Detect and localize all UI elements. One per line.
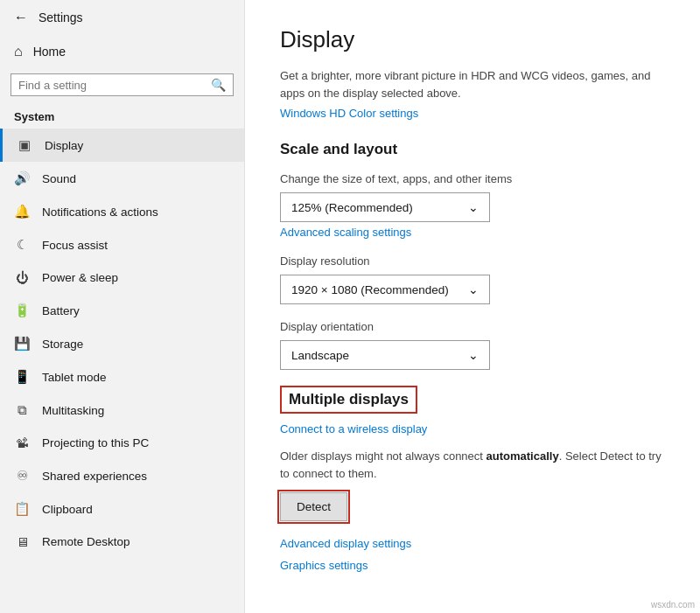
orientation-setting-group: Display orientation Landscape ⌄ [280, 320, 665, 370]
home-item[interactable]: ⌂ Home [0, 35, 244, 68]
sidebar-item-label: Focus assist [42, 239, 108, 252]
sidebar-item-label: Remote Desktop [42, 535, 130, 548]
sidebar-item-label: Tablet mode [42, 371, 107, 384]
sidebar-item-power[interactable]: ⏻ Power & sleep [0, 261, 244, 294]
clipboard-icon: 📋 [14, 501, 30, 517]
sidebar-item-label: Sound [42, 172, 76, 185]
orientation-value: Landscape [291, 349, 349, 362]
back-button[interactable]: ← [14, 10, 28, 25]
sidebar-item-remote[interactable]: 🖥 Remote Desktop [0, 526, 244, 558]
scale-label: Change the size of text, apps, and other… [280, 172, 665, 185]
page-title: Display [280, 26, 665, 53]
sidebar-item-notifications[interactable]: 🔔 Notifications & actions [0, 195, 244, 228]
multitasking-icon: ⧉ [14, 402, 30, 418]
sidebar-item-label: Notifications & actions [42, 205, 158, 219]
scale-value: 125% (Recommended) [291, 201, 413, 214]
system-label: System [0, 101, 244, 129]
sidebar-item-label: Storage [42, 338, 83, 351]
sidebar-item-label: Projecting to this PC [42, 436, 149, 449]
graphics-settings-link[interactable]: Graphics settings [280, 559, 368, 572]
detect-button[interactable]: Detect [280, 492, 347, 521]
sidebar-item-display[interactable]: ▣ Display [0, 129, 244, 162]
main-content: Display Get a brighter, more vibrant pic… [245, 0, 700, 613]
connect-wireless-link[interactable]: Connect to a wireless display [280, 422, 427, 435]
resolution-label: Display resolution [280, 254, 665, 268]
resolution-dropdown[interactable]: 1920 × 1080 (Recommended) ⌄ [280, 275, 490, 304]
advanced-scaling-link[interactable]: Advanced scaling settings [280, 226, 411, 239]
nav-items: ▣ Display 🔊 Sound 🔔 Notifications & acti… [0, 129, 244, 613]
sound-icon: 🔊 [14, 171, 30, 186]
orientation-dropdown[interactable]: Landscape ⌄ [280, 340, 490, 370]
sidebar-item-label: Shared experiences [42, 470, 147, 483]
tablet-icon: 📱 [14, 369, 30, 385]
scale-section-title: Scale and layout [280, 141, 665, 158]
scale-setting-group: Change the size of text, apps, and other… [280, 172, 665, 239]
shared-icon: ♾ [14, 468, 30, 484]
hdr-description: Get a brighter, more vibrant picture in … [280, 67, 665, 101]
home-label: Home [33, 45, 66, 59]
sidebar: ← Settings ⌂ Home 🔍 System ▣ Display 🔊 S… [0, 0, 245, 613]
focus-icon: ☾ [14, 237, 30, 253]
display-icon: ▣ [17, 137, 32, 153]
sidebar-item-tablet[interactable]: 📱 Tablet mode [0, 360, 244, 394]
sidebar-item-focus[interactable]: ☾ Focus assist [0, 228, 244, 261]
search-box[interactable]: 🔍 [10, 73, 234, 96]
sidebar-item-storage[interactable]: 💾 Storage [0, 327, 244, 360]
sidebar-item-label: Display [45, 139, 83, 152]
sidebar-item-label: Clipboard [42, 503, 93, 516]
chevron-down-icon: ⌄ [468, 200, 479, 214]
sidebar-item-label: Multitasking [42, 404, 104, 417]
sidebar-item-multitasking[interactable]: ⧉ Multitasking [0, 394, 244, 427]
multiple-displays-section: Multiple displays Connect to a wireless … [280, 386, 665, 572]
chevron-down-icon: ⌄ [468, 348, 479, 362]
projecting-icon: 📽 [14, 435, 30, 450]
battery-icon: 🔋 [14, 303, 30, 318]
back-icon: ← [14, 10, 28, 25]
home-icon: ⌂ [14, 44, 23, 59]
chevron-down-icon: ⌄ [468, 282, 479, 296]
hdr-link[interactable]: Windows HD Color settings [280, 107, 665, 120]
auto-connect-bold: automatically [486, 449, 559, 463]
search-icon: 🔍 [211, 78, 226, 92]
titlebar: ← Settings [0, 0, 244, 35]
orientation-label: Display orientation [280, 320, 665, 333]
auto-connect-before: Older displays might not always connect [280, 449, 486, 463]
power-icon: ⏻ [14, 270, 30, 285]
notifications-icon: 🔔 [14, 204, 30, 219]
watermark: wsxdn.com [651, 600, 695, 610]
storage-icon: 💾 [14, 336, 30, 352]
sidebar-item-shared[interactable]: ♾ Shared experiences [0, 459, 244, 492]
sidebar-item-clipboard[interactable]: 📋 Clipboard [0, 492, 244, 526]
multiple-displays-title: Multiple displays [280, 386, 417, 414]
auto-connect-text: Older displays might not always connect … [280, 448, 665, 482]
settings-title: Settings [38, 10, 83, 24]
search-input[interactable] [18, 79, 211, 92]
sidebar-item-battery[interactable]: 🔋 Battery [0, 294, 244, 327]
advanced-display-link[interactable]: Advanced display settings [280, 537, 411, 550]
remote-icon: 🖥 [14, 534, 30, 549]
sidebar-item-projecting[interactable]: 📽 Projecting to this PC [0, 427, 244, 459]
resolution-setting-group: Display resolution 1920 × 1080 (Recommen… [280, 254, 665, 304]
resolution-value: 1920 × 1080 (Recommended) [291, 283, 449, 296]
sidebar-item-label: Power & sleep [42, 271, 118, 284]
sidebar-item-sound[interactable]: 🔊 Sound [0, 162, 244, 195]
search-button[interactable]: 🔍 [211, 78, 226, 92]
scale-dropdown[interactable]: 125% (Recommended) ⌄ [280, 192, 490, 222]
sidebar-item-label: Battery [42, 304, 80, 317]
